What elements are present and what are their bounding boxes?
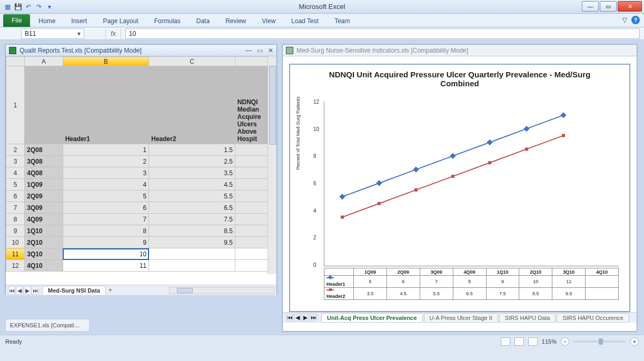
tab-nav-first-icon[interactable]: ⏮ — [286, 314, 293, 322]
zoom-thumb[interactable] — [599, 338, 603, 345]
workbook-titlebar-right[interactable]: Med-Surg Nurse-Sensitive Indicators.xls … — [283, 45, 637, 56]
tab-nav-next-icon[interactable]: ▶ — [302, 314, 309, 322]
view-page-layout-icon[interactable] — [514, 337, 524, 346]
row-header[interactable]: 11 — [6, 248, 25, 260]
wb-minimize-icon[interactable]: — — [245, 47, 252, 54]
minimize-button[interactable]: — — [582, 1, 599, 12]
cell[interactable]: 3Q10 — [25, 248, 63, 260]
row-header-1[interactable]: 1 — [6, 66, 25, 144]
cell[interactable] — [235, 237, 267, 248]
cell[interactable]: 1Q10 — [25, 225, 63, 237]
help-icon[interactable]: ? — [631, 16, 640, 24]
tab-load-test[interactable]: Load Test — [284, 15, 326, 27]
tab-formulas[interactable]: Formulas — [147, 15, 188, 27]
tab-nav-first-icon[interactable]: ⏮ — [8, 286, 15, 295]
col-header-b[interactable]: B — [63, 57, 149, 66]
worksheet-grid[interactable]: A B C 1 Header1 Header2 NDNQI Median Acq… — [6, 56, 276, 285]
row-header[interactable]: 12 — [6, 260, 25, 272]
cell-d1[interactable]: NDNQI Median Acquire Ulcers Above Hospit — [235, 66, 267, 144]
ribbon-minimize-icon[interactable]: ▽ — [622, 16, 627, 24]
zoom-in-button[interactable]: + — [630, 337, 639, 346]
tab-page-layout[interactable]: Page Layout — [95, 15, 145, 27]
cell[interactable]: 3 — [63, 167, 149, 179]
sheet-tab-active[interactable]: Med-Surg NSI Data — [42, 286, 106, 295]
new-sheet-icon[interactable]: ✶ — [108, 287, 113, 294]
cell[interactable] — [235, 190, 267, 202]
row-header[interactable]: 2 — [6, 144, 25, 156]
tab-nav-last-icon[interactable]: ⏭ — [310, 314, 317, 322]
col-header-c[interactable]: C — [149, 57, 235, 66]
cell[interactable] — [235, 156, 267, 167]
row-header[interactable]: 7 — [6, 202, 25, 214]
cell[interactable]: 9 — [63, 237, 149, 248]
undo-icon[interactable]: ↶ — [24, 3, 33, 11]
cell[interactable]: 1 — [63, 144, 149, 156]
cell[interactable] — [235, 225, 267, 237]
name-box-dropdown-icon[interactable]: ▾ — [77, 30, 81, 37]
cell[interactable]: 7 — [63, 214, 149, 225]
save-icon[interactable]: 💾 — [14, 3, 22, 11]
cell[interactable]: 1.5 — [149, 144, 235, 156]
cell[interactable]: 2 — [63, 156, 149, 167]
col-header-d[interactable] — [235, 57, 267, 66]
maximize-button[interactable]: ▭ — [600, 1, 617, 12]
tab-nav-prev-icon[interactable]: ◀ — [16, 286, 23, 295]
close-button[interactable]: ✕ — [618, 1, 642, 12]
hscroll-thumb[interactable] — [177, 288, 193, 293]
cell[interactable]: 9.5 — [149, 237, 235, 248]
cell[interactable]: 2Q08 — [25, 144, 63, 156]
zoom-slider[interactable] — [573, 340, 626, 343]
vertical-scrollbar[interactable] — [267, 56, 276, 274]
cell[interactable] — [235, 179, 267, 190]
cell[interactable] — [149, 260, 235, 272]
view-normal-icon[interactable] — [501, 337, 510, 346]
cell[interactable]: 3Q09 — [25, 202, 63, 214]
view-page-break-icon[interactable] — [528, 337, 538, 346]
zoom-level[interactable]: 115% — [542, 338, 557, 345]
tab-home[interactable]: Home — [31, 15, 63, 27]
name-box[interactable]: B11 ▾ — [21, 28, 84, 39]
tab-data[interactable]: Data — [189, 15, 217, 27]
scroll-thumb[interactable] — [269, 66, 276, 145]
cell[interactable]: 2Q10 — [25, 237, 63, 248]
tab-nav-last-icon[interactable]: ⏭ — [32, 286, 39, 295]
cell[interactable] — [235, 214, 267, 225]
workbook-titlebar-left[interactable]: Qualit Reports Test.xls [Compatibility M… — [6, 45, 276, 56]
sheet-tab[interactable]: U-A Press Ulcer Stage II — [424, 313, 498, 323]
tab-insert[interactable]: Insert — [64, 15, 94, 27]
cell[interactable]: 1Q09 — [25, 179, 63, 190]
redo-icon[interactable]: ↷ — [35, 3, 43, 11]
cell[interactable]: 11 — [63, 260, 149, 272]
cell[interactable]: 8.5 — [149, 225, 235, 237]
cell[interactable] — [235, 202, 267, 214]
sheet-tab[interactable]: SIRS HAPU Data — [499, 313, 556, 323]
cell[interactable]: 2Q09 — [25, 190, 63, 202]
cell-b1[interactable]: Header1 — [63, 66, 149, 144]
wb-maximize-icon[interactable]: ▭ — [257, 47, 263, 54]
col-header-a[interactable]: A — [25, 57, 63, 66]
cell[interactable] — [235, 248, 267, 260]
row-header[interactable]: 8 — [6, 214, 25, 225]
sheet-tab[interactable]: SIRS HAPU Occurence — [557, 313, 629, 323]
chart-area[interactable]: NDNQI Unit Acquired Pressure Ulcer Quart… — [283, 56, 637, 312]
select-all-cell[interactable] — [6, 57, 25, 66]
row-header[interactable]: 3 — [6, 156, 25, 167]
cell[interactable]: 2.5 — [149, 156, 235, 167]
minimized-workbook-tab[interactable]: EXPENSE1.xls [Compati… — [5, 319, 90, 332]
cell-c1[interactable]: Header2 — [149, 66, 235, 144]
cell[interactable]: 5.5 — [149, 190, 235, 202]
row-header[interactable]: 9 — [6, 225, 25, 237]
cell[interactable]: 6 — [63, 202, 149, 214]
cell[interactable] — [149, 248, 235, 260]
cell[interactable]: 10 — [63, 248, 149, 260]
cell[interactable]: 4 — [63, 179, 149, 190]
cell[interactable]: 4Q08 — [25, 167, 63, 179]
cell[interactable]: 4Q09 — [25, 214, 63, 225]
row-header[interactable]: 10 — [6, 237, 25, 248]
wb-close-icon[interactable]: ✕ — [268, 47, 273, 54]
cell[interactable]: 3Q08 — [25, 156, 63, 167]
cell[interactable]: 6.5 — [149, 202, 235, 214]
tab-view[interactable]: View — [255, 15, 283, 27]
cell-a1[interactable] — [25, 66, 63, 144]
zoom-out-button[interactable]: − — [561, 337, 569, 346]
